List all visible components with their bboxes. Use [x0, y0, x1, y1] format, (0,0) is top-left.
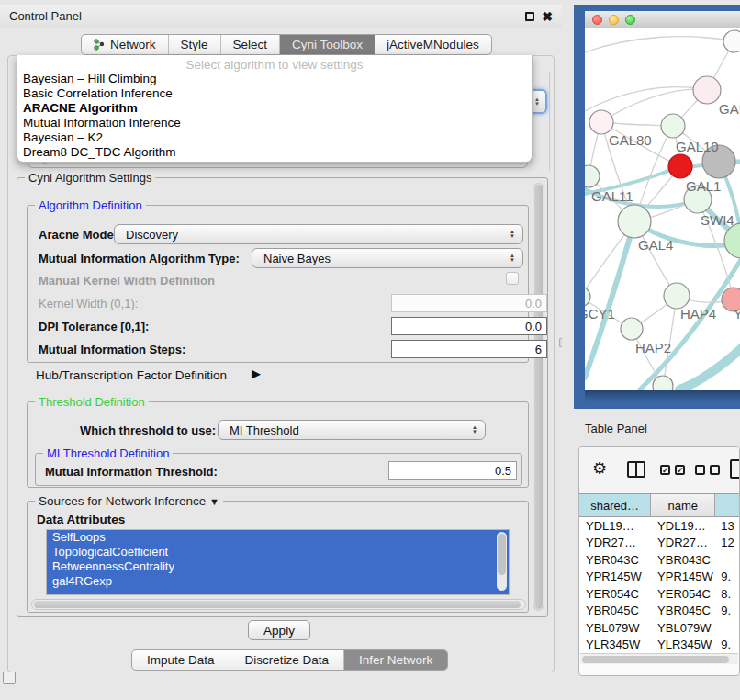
select-all-icon[interactable]: ✓	[660, 465, 670, 475]
column-header-shared-name[interactable]: shared…	[579, 494, 651, 516]
cell: 13	[715, 519, 739, 533]
data-attributes-list[interactable]: SelfLoops TopologicalCoefficient Between…	[46, 529, 510, 595]
table-row[interactable]: YBL079WYBL079W	[579, 619, 739, 637]
dropdown-placeholder: Select algorithm to view settings	[17, 55, 532, 72]
tab-select[interactable]: Select	[221, 35, 281, 54]
tab-jactivemnodules[interactable]: jActiveMNodules	[375, 35, 491, 54]
network-window-titlebar[interactable]	[585, 11, 740, 28]
table-row[interactable]: YER054CYER054C8.	[579, 585, 739, 603]
cell: YBR045C	[579, 604, 651, 617]
minimize-traffic-light[interactable]	[609, 15, 619, 25]
cell: 12	[715, 536, 739, 549]
node-gal1-red[interactable]	[668, 154, 692, 178]
which-threshold-combo[interactable]: MI Threshold ▲▼	[218, 420, 486, 440]
table-row[interactable]: YPR145WYPR145W9.	[579, 569, 739, 586]
cell: YDL19…	[651, 519, 715, 533]
dropdown-item[interactable]: Dream8 DC_TDC Algorithm	[17, 145, 532, 160]
apply-label: Apply	[263, 624, 295, 638]
deselect-all-icon[interactable]	[710, 465, 720, 475]
mi-threshold-label: Mutual Information Threshold:	[45, 465, 218, 479]
panel-corner-button[interactable]	[3, 672, 16, 684]
tab-label: Impute Data	[147, 653, 215, 667]
list-item[interactable]: TopologicalCoefficient	[47, 545, 509, 559]
cell: YBR043C	[651, 553, 715, 567]
dpi-tolerance-field[interactable]: 0.0	[391, 317, 547, 335]
node-gcy1[interactable]	[585, 287, 590, 307]
close-panel-icon[interactable]: ✖	[542, 12, 553, 21]
manual-kernel-width-checkbox[interactable]	[506, 272, 519, 285]
column-header-name[interactable]: name	[651, 494, 715, 516]
tab-cyni-toolbox[interactable]: Cyni Toolbox	[280, 35, 375, 54]
deselect-all-icon[interactable]	[695, 465, 705, 475]
node-partial-bottom[interactable]	[653, 376, 673, 390]
table-body: YDL19…YDL19…13 YDR27…YDR27…12 YBR043CYBR…	[579, 517, 739, 653]
mi-threshold-field[interactable]: 0.5	[388, 461, 517, 480]
mi-steps-field[interactable]: 6	[391, 340, 547, 358]
hidden-groupbox-border	[549, 72, 550, 171]
page-icon[interactable]	[730, 459, 740, 479]
node-gal4[interactable]	[618, 205, 651, 238]
tab-network[interactable]: Network	[82, 35, 169, 54]
tab-impute-data[interactable]: Impute Data	[132, 650, 230, 670]
table-row[interactable]: YBR043CYBR043C	[579, 551, 739, 569]
node-hap4[interactable]	[664, 283, 690, 309]
dropdown-item[interactable]: Bayesian – K2	[17, 130, 532, 145]
collapse-arrow-icon[interactable]: ▼	[209, 496, 219, 507]
tab-discretize-data[interactable]: Discretize Data	[230, 650, 345, 670]
dropdown-item-selected[interactable]: ARACNE Algorithm	[17, 101, 532, 116]
combo-arrows-icon: ▲▼	[472, 425, 477, 435]
list-item[interactable]: SelfLoops	[47, 530, 509, 545]
node-label: Y	[734, 306, 740, 322]
sources-title: Sources for Network Inference	[39, 494, 206, 508]
apply-button[interactable]: Apply	[248, 620, 310, 640]
node-label: GAL1	[686, 178, 721, 194]
dropdown-item[interactable]: Bayesian – Hill Climbing	[17, 72, 532, 86]
table-row[interactable]: YDL19…YDL19…13	[579, 517, 739, 535]
column-header-partial[interactable]	[715, 494, 739, 516]
tab-style[interactable]: Style	[169, 35, 221, 54]
list-item-partial	[47, 589, 509, 595]
node-gal80[interactable]	[589, 110, 613, 134]
attr-list-scrollbar[interactable]	[497, 532, 507, 591]
table-row[interactable]: YBR045CYBR045C9.	[579, 603, 739, 620]
mi-algorithm-type-combo[interactable]: Naive Bayes ▲▼	[252, 248, 523, 268]
dropdown-item[interactable]: Mutual Information Inference	[17, 116, 532, 130]
split-columns-icon[interactable]	[627, 461, 645, 478]
list-item[interactable]: BetweennessCentrality	[47, 559, 509, 574]
network-tab-icon	[94, 39, 106, 51]
cell: YER054C	[579, 587, 651, 601]
settings-scrollbar[interactable]	[533, 183, 544, 611]
gear-icon[interactable]: ⚙	[592, 458, 607, 479]
close-traffic-light[interactable]	[592, 15, 602, 25]
mi-steps-label: Mutual Information Steps:	[39, 343, 185, 356]
list-item[interactable]: gal4RGexp	[47, 574, 509, 589]
zoom-traffic-light[interactable]	[625, 15, 635, 25]
kernel-width-field: 0.0	[391, 294, 547, 312]
cell: YDL19…	[579, 519, 651, 533]
cell: YBL079W	[651, 621, 715, 635]
table-header-row: shared… name	[579, 493, 739, 517]
table-row[interactable]: YLR345WYLR345W9.	[579, 637, 739, 654]
table-row[interactable]: YDR27…YDR27…12	[579, 535, 739, 552]
float-window-icon[interactable]	[525, 12, 534, 21]
node-hap2[interactable]	[621, 318, 643, 340]
mi-threshold-definition-group: MI Threshold Definition Mutual Informati…	[35, 453, 522, 486]
table-hscrollbar[interactable]	[580, 653, 738, 664]
tab-label: Select	[233, 38, 268, 51]
tab-label: Infer Network	[359, 653, 432, 667]
select-all-icon[interactable]: ✓	[675, 465, 685, 475]
group-title: Cyni Algorithm Settings	[25, 171, 155, 185]
table-panel-title: Table Panel	[585, 422, 647, 435]
cell: 9.	[715, 638, 739, 651]
node-gal-partial[interactable]	[693, 76, 721, 104]
sources-hscrollbar[interactable]	[31, 599, 526, 610]
hub-expand-arrow-icon[interactable]: ▶	[252, 367, 261, 380]
node-label: SWI4	[701, 212, 734, 228]
network-canvas[interactable]: GAL GAL80 GAL10 GAL1 GAL11 SWI4 GAL4 GCY…	[585, 28, 740, 390]
node-gal10[interactable]	[661, 114, 685, 138]
dpi-tolerance-label: DPI Tolerance [0,1]:	[39, 320, 149, 333]
aracne-mode-combo[interactable]: Discovery ▲▼	[114, 224, 523, 244]
dropdown-item[interactable]: Basic Correlation Inference	[17, 86, 532, 101]
tab-infer-network[interactable]: Infer Network	[344, 650, 447, 670]
node-partial-top[interactable]	[723, 30, 740, 52]
